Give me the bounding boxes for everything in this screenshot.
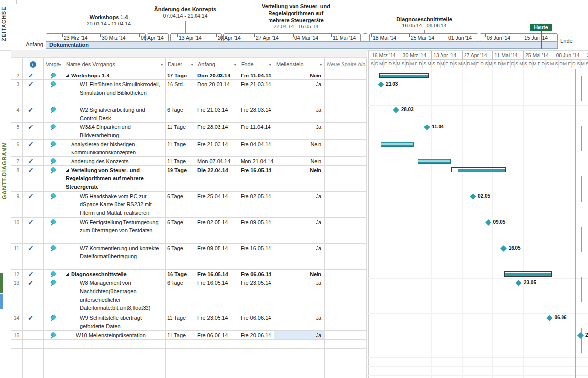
cell-neu[interactable] (325, 244, 367, 269)
gantt-scale-section[interactable]: 25 Mai '14 (523, 51, 554, 60)
cell-anfang[interactable]: Die 22.04.14 (196, 166, 239, 191)
cell-num[interactable] (11, 357, 23, 366)
cell-neu[interactable] (325, 366, 367, 375)
cell-name[interactable]: Änderung des Konzepts (64, 157, 166, 165)
cell-ende[interactable]: Fre 02.05.14 (239, 192, 274, 217)
cell-anfang[interactable]: Fre 23.05.14 (196, 313, 239, 330)
cell-meilenstein[interactable]: Ja (274, 331, 325, 339)
gantt-summary-bar[interactable] (504, 271, 552, 277)
cell-meilenstein[interactable]: Ja (274, 218, 325, 243)
column-header-name[interactable]: Name des Vorgangs (64, 58, 166, 71)
gantt-scale-section[interactable]: 22 Jun '14 (585, 51, 588, 60)
cell-name[interactable]: W8 Management von Nachrichten(übertragen… (64, 278, 166, 313)
cell-dauer[interactable]: 6 Tage (166, 218, 196, 243)
cell-ende[interactable]: Fre 16.05.14 (239, 244, 274, 269)
cell-info[interactable]: ✓ (23, 244, 44, 269)
cell-info[interactable]: ✓ (23, 218, 44, 243)
sort-filter-arrow-icon[interactable] (59, 64, 62, 66)
cell-name[interactable] (64, 357, 166, 366)
cell-ende[interactable]: Fre 21.03.14 (239, 80, 274, 105)
cell-name[interactable]: W7 Kommentierung und korrekte Dateiforma… (64, 244, 166, 269)
cell-num[interactable]: 9 (11, 192, 23, 217)
cell-meilenstein[interactable] (274, 349, 325, 357)
cell-num[interactable] (11, 375, 23, 378)
cell-meilenstein[interactable] (274, 375, 325, 378)
cell-ende[interactable]: Fre 04.04.14 (239, 140, 274, 156)
cell-neu[interactable] (325, 357, 367, 366)
cell-num[interactable]: 3 (11, 80, 23, 105)
expand-triangle-icon[interactable] (66, 272, 69, 276)
gantt-milestone-diamond[interactable] (470, 193, 476, 200)
cell-dauer[interactable]: 6 Tage (166, 192, 196, 217)
cell-info[interactable]: ✓ (23, 157, 44, 165)
cell-anfang[interactable] (196, 357, 239, 366)
cell-dauer[interactable] (166, 357, 196, 366)
cell-dauer[interactable]: 11 Tage (166, 331, 196, 339)
cell-neu[interactable] (325, 192, 367, 217)
cell-num[interactable]: 12 (11, 270, 23, 278)
expand-triangle-icon[interactable] (66, 74, 69, 77)
cell-ende[interactable]: Fre 20.06.14 (239, 331, 274, 339)
column-header-meilenstein[interactable]: Meilenstein (274, 58, 325, 71)
cell-info[interactable] (23, 340, 44, 348)
timeline-callout-title[interactable]: Verteilung von Steuer- und (218, 3, 374, 10)
cell-ende[interactable] (239, 357, 274, 366)
cell-vorga[interactable] (44, 349, 64, 357)
cell-info[interactable] (23, 331, 44, 339)
cell-vorga[interactable] (44, 331, 64, 339)
cell-info[interactable]: ✓ (23, 80, 44, 105)
cell-dauer[interactable]: 17 Tage (166, 71, 196, 79)
cell-ende[interactable]: Fre 28.03.14 (239, 105, 274, 122)
cell-neu[interactable] (325, 331, 367, 339)
cell-vorga[interactable] (44, 340, 64, 348)
cell-dauer[interactable]: 6 Tage (166, 244, 196, 269)
cell-vorga[interactable] (44, 375, 64, 378)
cell-dauer[interactable] (166, 375, 196, 378)
cell-neu[interactable] (325, 218, 367, 243)
cell-meilenstein[interactable]: Nein (274, 270, 325, 278)
cell-anfang[interactable]: Fre 21.03.14 (196, 140, 239, 156)
cell-num[interactable]: 11 (11, 244, 23, 269)
cell-anfang[interactable] (196, 375, 239, 378)
cell-neu[interactable] (325, 105, 367, 122)
cell-meilenstein[interactable]: Ja (274, 313, 325, 330)
cell-name[interactable]: W1 Einführen ins Simulinkmodell, Simulat… (64, 80, 166, 105)
cell-info[interactable]: ✓ (23, 192, 44, 217)
column-header-ende[interactable]: Ende (239, 58, 274, 71)
cell-name[interactable]: Workshops 1-4 (64, 71, 166, 79)
cell-neu[interactable] (325, 140, 367, 156)
cell-dauer[interactable] (166, 349, 196, 357)
gantt-task-bar[interactable] (418, 159, 451, 164)
cell-vorga[interactable] (44, 105, 64, 122)
cell-neu[interactable] (325, 123, 367, 139)
cell-info[interactable] (23, 357, 44, 366)
cell-vorga[interactable] (44, 123, 64, 139)
gantt-scale-section[interactable]: 13 Apr '14 (431, 51, 462, 60)
cell-meilenstein[interactable]: Ja (274, 123, 325, 139)
cell-neu[interactable] (325, 80, 367, 105)
cell-info[interactable]: ✓ (23, 105, 44, 122)
cell-name[interactable]: Diagnoseschnittstelle (64, 270, 166, 278)
cell-anfang[interactable] (196, 340, 239, 348)
cell-vorga[interactable] (44, 71, 64, 79)
gantt-milestone-diamond[interactable] (546, 315, 553, 321)
cell-meilenstein[interactable]: Nein (274, 140, 325, 156)
sort-filter-arrow-icon[interactable] (269, 64, 272, 66)
column-header-neu[interactable]: Neue Spalte hinzufü (325, 58, 367, 71)
cell-num[interactable]: 2 (11, 71, 23, 79)
cell-info[interactable]: ✓ (23, 278, 44, 313)
cell-ende[interactable]: Fre 06.06.14 (239, 270, 274, 278)
cell-num[interactable]: 4 (11, 105, 23, 122)
gantt-task-bar[interactable] (381, 142, 414, 147)
cell-num[interactable]: 8 (11, 166, 23, 191)
cell-dauer[interactable]: 19 Tage (166, 166, 196, 191)
cell-vorga[interactable] (44, 244, 64, 269)
cell-vorga[interactable] (44, 192, 64, 217)
cell-ende[interactable]: Fre 11.04.14 (239, 123, 274, 139)
gantt-pane-title[interactable]: GANTT-DIAGRAMM (1, 145, 7, 199)
cell-anfang[interactable] (196, 366, 239, 375)
cell-dauer[interactable]: 6 Tage (166, 278, 196, 313)
cell-ende[interactable]: Fre 16.05.14 (239, 166, 274, 191)
cell-info[interactable]: ✓ (23, 140, 44, 156)
cell-meilenstein[interactable]: Nein (274, 157, 325, 165)
